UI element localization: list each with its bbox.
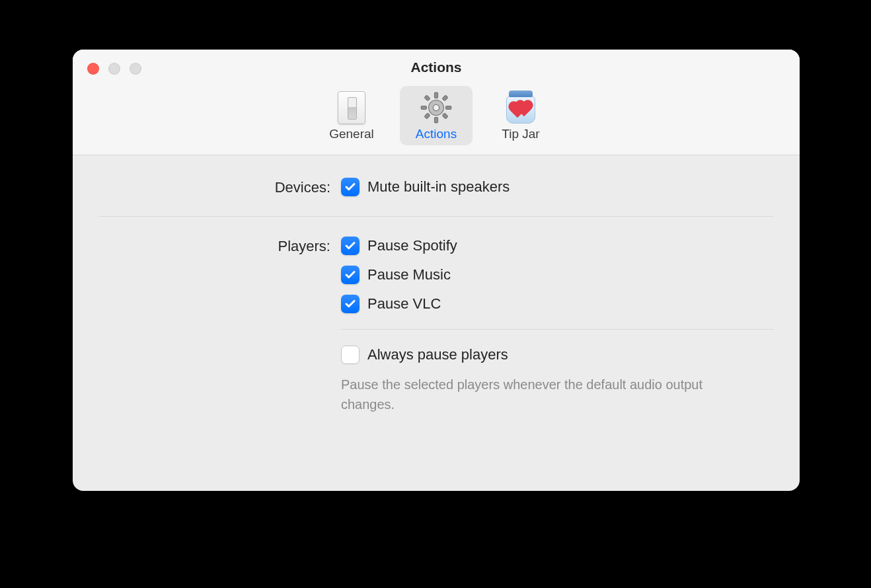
players-section: Players: Pause Spotify Pause Music <box>73 237 800 313</box>
pause-vlc-label: Pause VLC <box>367 295 441 312</box>
tip-jar-icon <box>504 91 537 125</box>
pause-spotify-checkbox[interactable]: Pause Spotify <box>341 237 773 255</box>
mute-builtin-label: Mute built-in speakers <box>367 178 510 196</box>
checkbox-checked-icon <box>341 266 360 284</box>
pause-music-label: Pause Music <box>367 266 451 283</box>
tab-actions-label: Actions <box>416 127 457 141</box>
mute-builtin-speakers-checkbox[interactable]: Mute built-in speakers <box>341 178 773 196</box>
tab-tip-jar-label: Tip Jar <box>502 127 539 141</box>
devices-label: Devices: <box>99 178 330 196</box>
svg-rect-4 <box>421 106 426 109</box>
content: Devices: Mute built-in speakers Players: <box>73 155 800 414</box>
always-pause-label: Always pause players <box>367 346 508 363</box>
divider <box>341 329 773 330</box>
svg-rect-6 <box>424 95 430 101</box>
players-label: Players: <box>99 237 330 255</box>
svg-rect-9 <box>424 113 430 119</box>
always-pause-section: Always pause players Pause the selected … <box>73 346 800 414</box>
toolbar: General <box>73 86 800 145</box>
svg-rect-2 <box>434 92 437 98</box>
svg-rect-5 <box>446 106 451 109</box>
always-pause-players-checkbox[interactable]: Always pause players <box>341 346 773 364</box>
tab-tip-jar[interactable]: Tip Jar <box>484 86 557 145</box>
always-pause-help-text: Pause the selected players whenever the … <box>341 375 751 414</box>
window-title: Actions <box>73 59 800 75</box>
svg-rect-3 <box>434 118 437 123</box>
pause-music-checkbox[interactable]: Pause Music <box>341 266 773 284</box>
checkbox-checked-icon <box>341 295 360 313</box>
svg-rect-8 <box>442 95 448 101</box>
pause-vlc-checkbox[interactable]: Pause VLC <box>341 295 773 313</box>
checkbox-checked-icon <box>341 237 360 255</box>
svg-point-1 <box>433 104 439 110</box>
tab-actions[interactable]: Actions <box>400 86 473 145</box>
checkbox-unchecked-icon <box>341 346 360 364</box>
devices-section: Devices: Mute built-in speakers <box>73 178 800 196</box>
tab-general[interactable]: General <box>315 86 388 145</box>
tab-general-label: General <box>329 127 374 141</box>
checkbox-checked-icon <box>341 178 360 196</box>
gear-icon <box>419 91 453 125</box>
divider <box>99 216 773 217</box>
titlebar: Actions General <box>73 50 800 155</box>
preferences-window: Actions General <box>73 50 800 491</box>
switch-icon <box>338 91 365 124</box>
pause-spotify-label: Pause Spotify <box>367 237 457 254</box>
svg-rect-7 <box>442 113 448 119</box>
